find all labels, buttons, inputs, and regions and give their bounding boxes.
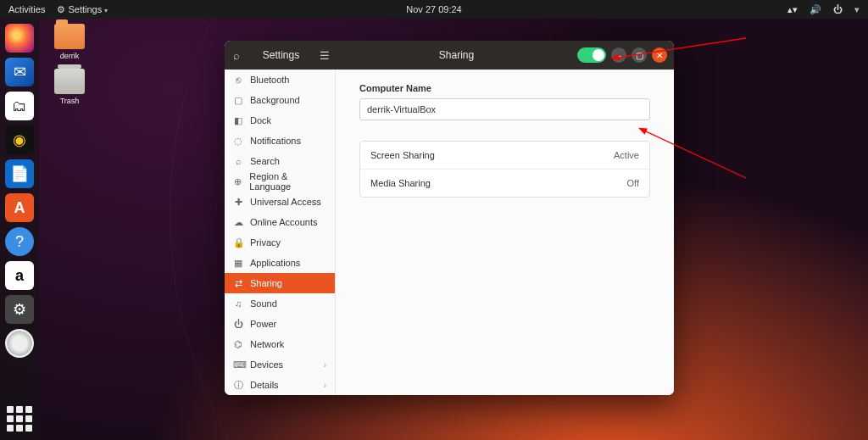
- sidebar-item-label: Online Accounts: [250, 217, 318, 227]
- sidebar-item-label: Network: [250, 339, 284, 349]
- sidebar-item-icon: ◧: [233, 115, 243, 126]
- sidebar-title: Settings: [248, 49, 314, 61]
- sidebar-item-label: Bluetooth: [250, 75, 289, 85]
- sidebar-item-icon: 🔒: [233, 237, 243, 248]
- sidebar-item-label: Background: [250, 95, 300, 105]
- folder-icon: [54, 24, 85, 49]
- app-menu[interactable]: ⚙ Settings ▾: [57, 4, 108, 15]
- sidebar-item-search[interactable]: ⌕Search: [225, 151, 335, 171]
- sidebar-item-details[interactable]: ⓘDetails›: [225, 375, 335, 395]
- sidebar-item-sound[interactable]: ♫Sound: [225, 293, 335, 314]
- sidebar-item-label: Devices: [250, 359, 283, 370]
- sidebar-item-label: Sound: [250, 298, 277, 309]
- dock-firefox-icon[interactable]: [5, 24, 34, 53]
- sidebar-item-network[interactable]: ⌬Network: [225, 334, 335, 354]
- sidebar-item-label: Notifications: [250, 136, 301, 146]
- activities-button[interactable]: Activities: [8, 4, 45, 14]
- sharing-row-media-sharing[interactable]: Media SharingOff: [360, 170, 649, 197]
- system-tray[interactable]: ▴▾ 🔊 ⏻ ▾: [787, 4, 860, 15]
- sidebar-item-privacy[interactable]: 🔒Privacy: [225, 232, 335, 253]
- volume-icon: 🔊: [810, 4, 821, 15]
- sidebar-item-icon: ⎋: [233, 75, 243, 85]
- titlebar[interactable]: ⌕ Settings ☰ Sharing – ▢ ✕: [225, 41, 674, 70]
- chevron-right-icon: ›: [324, 381, 326, 390]
- sidebar-item-region-language[interactable]: ⊕Region & Language: [225, 171, 335, 192]
- computer-name-label: Computer Name: [359, 83, 650, 93]
- sharing-row-screen-sharing[interactable]: Screen SharingActive: [360, 142, 649, 170]
- dock-software-icon[interactable]: [5, 193, 34, 222]
- dock-thunderbird-icon[interactable]: ✉: [5, 58, 34, 86]
- maximize-button[interactable]: ▢: [632, 47, 647, 63]
- sidebar-item-icon: ⌕: [233, 156, 243, 166]
- chevron-down-icon: ▾: [854, 4, 860, 15]
- close-button[interactable]: ✕: [652, 47, 667, 63]
- search-button[interactable]: ⌕: [225, 41, 248, 70]
- sidebar-item-icon: ⊕: [233, 176, 242, 187]
- settings-sidebar: ⎋Bluetooth▢Background◧Dock◌Notifications…: [225, 70, 336, 395]
- app-menu-label: Settings: [68, 4, 102, 14]
- trash-icon: [54, 69, 85, 94]
- dock-help-icon[interactable]: ?: [5, 227, 34, 256]
- sharing-options-list: Screen SharingActiveMedia SharingOff: [359, 141, 650, 198]
- home-folder-label: derrik: [46, 52, 93, 60]
- dock-rhythmbox-icon[interactable]: ◉: [5, 125, 34, 154]
- sidebar-item-label: Search: [250, 156, 280, 166]
- sidebar-item-icon: ⌨: [233, 359, 243, 370]
- sidebar-item-icon: ☁: [233, 217, 243, 228]
- sidebar-item-bluetooth[interactable]: ⎋Bluetooth: [225, 70, 335, 90]
- power-icon: ⏻: [833, 4, 843, 14]
- sidebar-item-sharing[interactable]: ⇄Sharing: [225, 273, 335, 293]
- sidebar-item-label: Applications: [250, 258, 300, 268]
- dock-amazon-icon[interactable]: a: [5, 261, 34, 290]
- sidebar-item-icon: ⓘ: [233, 379, 243, 392]
- gear-icon: ⚙: [57, 4, 65, 14]
- hamburger-button[interactable]: ☰: [314, 41, 336, 70]
- trash[interactable]: Trash: [46, 69, 93, 105]
- sidebar-item-label: Privacy: [250, 237, 281, 248]
- sidebar-item-online-accounts[interactable]: ☁Online Accounts: [225, 212, 335, 232]
- sidebar-item-icon: ◌: [233, 136, 243, 147]
- sidebar-item-label: Power: [250, 319, 276, 329]
- dock-disc-icon[interactable]: [5, 329, 34, 358]
- trash-label: Trash: [46, 97, 93, 105]
- sidebar-item-label: Details: [250, 380, 279, 390]
- settings-window: ⌕ Settings ☰ Sharing – ▢ ✕ ⎋Bluetooth▢Ba…: [225, 41, 674, 395]
- sidebar-item-background[interactable]: ▢Background: [225, 90, 335, 110]
- dock: ✉ 🗂 ◉ 📄 ? a ⚙: [0, 19, 39, 440]
- top-panel: Activities ⚙ Settings ▾ Nov 27 09:24 ▴▾ …: [0, 0, 868, 19]
- sidebar-item-icon: ⇄: [233, 278, 243, 289]
- sidebar-item-devices[interactable]: ⌨Devices›: [225, 354, 335, 375]
- row-status: Off: [627, 178, 639, 188]
- sidebar-item-label: Dock: [250, 115, 271, 125]
- row-label: Screen Sharing: [370, 150, 435, 160]
- row-label: Media Sharing: [370, 178, 431, 188]
- sidebar-item-icon: ⌬: [233, 339, 243, 350]
- home-folder[interactable]: derrik: [46, 24, 93, 60]
- sidebar-item-label: Universal Access: [250, 197, 321, 207]
- sidebar-item-icon: ▦: [233, 258, 243, 269]
- sharing-master-toggle[interactable]: [577, 47, 606, 63]
- row-status: Active: [614, 150, 639, 160]
- search-icon: ⌕: [233, 49, 240, 62]
- menu-icon: ☰: [320, 49, 330, 62]
- dock-files-icon[interactable]: 🗂: [5, 92, 34, 120]
- sidebar-item-label: Region & Language: [249, 171, 326, 192]
- sidebar-item-applications[interactable]: ▦Applications: [225, 253, 335, 273]
- minimize-button[interactable]: –: [611, 47, 626, 63]
- desktop-icons: derrik Trash: [46, 24, 93, 114]
- dock-settings-icon[interactable]: ⚙: [5, 295, 34, 324]
- sidebar-item-dock[interactable]: ◧Dock: [225, 110, 335, 131]
- sidebar-item-power[interactable]: ⏻Power: [225, 314, 335, 334]
- sidebar-item-icon: ♫: [233, 298, 243, 309]
- sidebar-item-icon: ▢: [233, 95, 243, 106]
- chevron-right-icon: ›: [324, 360, 326, 370]
- clock[interactable]: Nov 27 09:24: [406, 4, 461, 14]
- settings-content: Computer Name Screen SharingActiveMedia …: [336, 70, 674, 395]
- show-applications-button[interactable]: [7, 406, 32, 432]
- dock-writer-icon[interactable]: 📄: [5, 159, 34, 188]
- window-title: Sharing: [336, 49, 577, 61]
- network-icon: ▴▾: [787, 4, 798, 15]
- sidebar-item-notifications[interactable]: ◌Notifications: [225, 131, 335, 151]
- computer-name-input[interactable]: [359, 98, 650, 120]
- sidebar-item-universal-access[interactable]: ✚Universal Access: [225, 192, 335, 212]
